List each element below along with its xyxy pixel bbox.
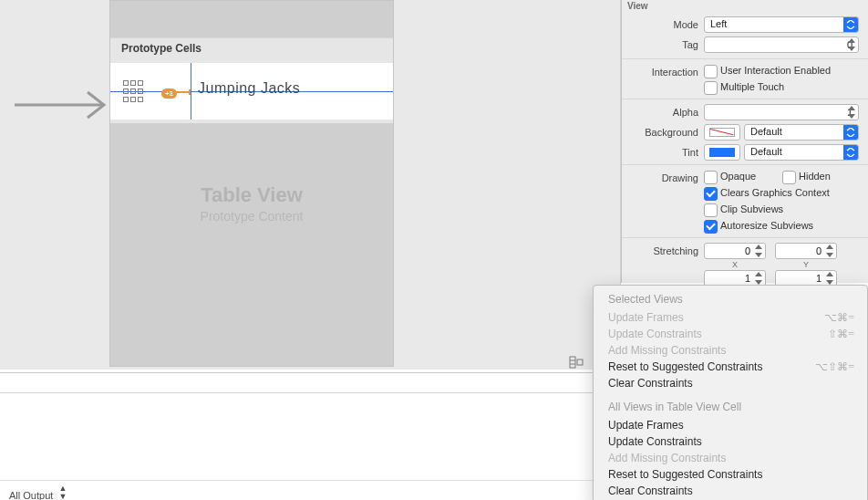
label-multitouch: Multiple Touch	[720, 81, 784, 92]
label-tag: Tag	[622, 39, 698, 50]
checkbox-cgc[interactable]	[704, 187, 718, 201]
popup-arrows-icon	[843, 125, 858, 140]
constraint-indicator-icon[interactable]	[172, 91, 191, 93]
stackview-icon[interactable]	[122, 80, 144, 102]
label-mode: Mode	[622, 19, 698, 30]
label-interaction: Interaction	[622, 67, 698, 78]
label-tint: Tint	[622, 147, 698, 158]
layout-guide-v	[191, 63, 191, 120]
checkbox-multitouch[interactable]	[704, 81, 718, 95]
checkbox-hidden[interactable]	[782, 171, 796, 184]
field-stretch-x[interactable]: 0	[704, 243, 766, 259]
separator	[622, 237, 868, 238]
menu-header-selected: Selected Views	[594, 291, 867, 309]
popup-mode-value: Left	[710, 18, 727, 29]
menu-clear[interactable]: Clear Constraints	[594, 375, 867, 391]
popup-arrows-icon	[843, 145, 858, 160]
field-stretch-y[interactable]: 0	[775, 243, 837, 259]
popup-background[interactable]: Default	[744, 124, 859, 141]
stepper-icon[interactable]	[823, 271, 836, 286]
cell-separator-top	[110, 59, 393, 63]
prototype-header: Prototype Cells	[110, 37, 393, 61]
menu-update-constraints-all[interactable]: Update Constraints	[594, 433, 867, 450]
separator	[622, 164, 868, 165]
stepper-icon[interactable]	[752, 244, 765, 258]
output-filter-label: All Output	[9, 490, 53, 500]
menu-reset-suggested-all[interactable]: Reset to Suggested Constraints	[594, 466, 867, 483]
separator	[622, 99, 868, 99]
resolve-autolayout-menu[interactable]: Selected Views Update Frames⌥⌘= Update C…	[593, 285, 868, 500]
output-filter-popup[interactable]: All Output ▲▼	[9, 484, 67, 500]
svg-rect-4	[577, 359, 583, 365]
segue-arrow	[15, 87, 109, 123]
stepper-icon[interactable]	[845, 105, 858, 120]
popup-tint[interactable]: Default	[744, 144, 859, 161]
label-opaque: Opaque	[720, 171, 756, 182]
cell-gap	[110, 127, 393, 136]
menu-header-all: All Views in Table View Cell	[594, 399, 867, 417]
colorwell-background[interactable]	[704, 124, 740, 141]
debug-console[interactable]: All Output ▲▼	[0, 392, 620, 500]
popup-mode[interactable]: Left	[704, 16, 859, 33]
label-drawing: Drawing	[622, 172, 698, 183]
constraints-badge[interactable]: +3	[161, 89, 177, 99]
editor-divider[interactable]	[0, 372, 620, 373]
label-alpha: Alpha	[622, 107, 698, 118]
checkbox-clip[interactable]	[704, 203, 718, 217]
menu-update-frames-all[interactable]: Update Frames	[594, 417, 867, 433]
menu-clear-all[interactable]: Clear Constraints	[594, 483, 867, 499]
menu-add-missing-all: Add Missing Constraints	[594, 450, 867, 466]
inspector-section-title: View	[627, 1, 648, 11]
tv-title: Table View	[110, 183, 393, 207]
cell-title-label[interactable]: Jumping Jacks	[198, 80, 300, 97]
field-alpha[interactable]: 1	[704, 104, 859, 120]
colorwell-tint[interactable]	[704, 144, 740, 161]
label-background: Background	[622, 127, 698, 138]
label-autoresize: Autoresize Subviews	[720, 220, 813, 231]
sublabel-y: Y	[775, 260, 837, 269]
resolve-issues-button[interactable]	[569, 356, 584, 369]
label-cgc: Clears Graphics Context	[720, 187, 830, 198]
stepper-icon[interactable]	[752, 271, 765, 286]
popup-arrows-icon	[843, 17, 858, 32]
prototype-header-label: Prototype Cells	[121, 42, 202, 55]
popup-caret-icon: ▲▼	[58, 484, 67, 500]
label-stretching: Stretching	[622, 245, 698, 256]
tv-subtitle: Prototype Content	[110, 209, 393, 224]
label-clip: Clip Subviews	[720, 203, 783, 214]
menu-add-missing: Add Missing Constraints	[594, 342, 867, 359]
ib-canvas[interactable]: Prototype Cells +3 Jumping Jacks Table V…	[0, 0, 621, 370]
separator	[622, 58, 868, 59]
tableview-placeholder: Table View Prototype Content	[110, 183, 393, 224]
menu-update-constraints: Update Constraints⇧⌘=	[594, 326, 867, 342]
cell-separator-bottom	[110, 120, 393, 123]
stepper-icon[interactable]	[823, 244, 836, 258]
menu-reset-suggested[interactable]: Reset to Suggested Constraints⌥⇧⌘=	[594, 359, 867, 375]
svg-rect-1	[570, 357, 575, 368]
label-hidden: Hidden	[799, 171, 831, 182]
console-bar: All Output ▲▼	[0, 480, 620, 500]
attributes-inspector: View Mode Left Tag 0 Interaction User In…	[621, 0, 868, 283]
menu-update-frames: Update Frames⌥⌘=	[594, 309, 867, 326]
stepper-icon[interactable]	[845, 37, 858, 52]
checkbox-opaque[interactable]	[704, 171, 718, 184]
checkbox-autoresize[interactable]	[704, 220, 718, 234]
checkbox-uie[interactable]	[704, 65, 718, 78]
sublabel-x: X	[704, 260, 766, 269]
label-uie: User Interaction Enabled	[720, 65, 831, 76]
scene-tableview[interactable]: Prototype Cells +3 Jumping Jacks Table V…	[109, 0, 394, 367]
prototype-cell[interactable]: +3 Jumping Jacks	[110, 63, 393, 120]
field-tag[interactable]: 0	[704, 36, 859, 53]
